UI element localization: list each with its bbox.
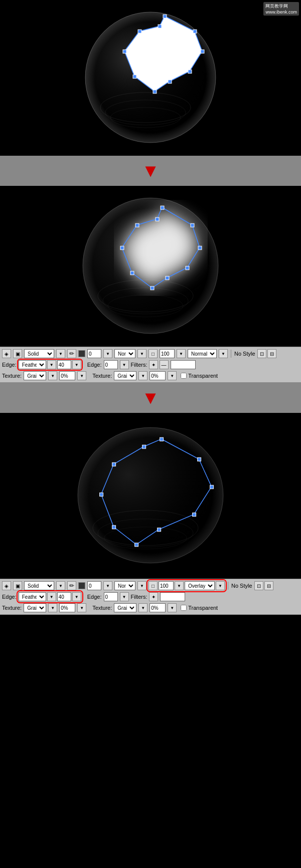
svg-rect-42 — [210, 485, 214, 489]
filters-label-1: Filters: — [131, 362, 147, 368]
texture-dropdown-1[interactable]: ▼ — [48, 371, 57, 380]
stroke-icon-2[interactable]: ✏ — [67, 581, 76, 590]
edge2-dropdown-2[interactable]: ▼ — [120, 592, 129, 601]
edge-value-2[interactable] — [57, 592, 71, 601]
svg-rect-46 — [112, 525, 116, 529]
texture-value-2[interactable] — [59, 603, 75, 612]
fill-dropdown-2[interactable]: ▼ — [56, 581, 65, 590]
mode-icon[interactable]: ◈ — [2, 349, 11, 358]
edge2-label-1: Edge: — [87, 362, 102, 368]
mode-icon-3[interactable]: ◈ — [2, 581, 11, 590]
toolbar2-row-3: Texture: Grain ▼ ▼ Texture: Grain ▼ ▼ Tr… — [2, 602, 299, 613]
arrow-divider-2: ▼ — [0, 383, 301, 413]
transparent-check-1[interactable]: Transparent — [181, 373, 218, 379]
texture-label-2: Texture: — [2, 605, 22, 611]
blend-dropdown-1[interactable]: ▼ — [219, 349, 228, 358]
svg-rect-40 — [160, 438, 164, 441]
texture2-type-1[interactable]: Grain — [114, 371, 136, 380]
svg-rect-47 — [100, 493, 103, 496]
texture-label-1: Texture: — [2, 373, 22, 379]
fill-type-select-1[interactable]: Solid — [24, 349, 54, 358]
fill-dropdown-1[interactable]: ▼ — [56, 349, 65, 358]
edge2-value-2[interactable] — [104, 592, 118, 601]
glow-shape-middle — [104, 200, 220, 305]
style-icon-c[interactable]: ⊡ — [254, 581, 263, 590]
stroke-color-2[interactable] — [78, 582, 85, 589]
none-dropdown-1[interactable]: ▼ — [137, 349, 146, 358]
opacity-value-1[interactable] — [160, 349, 175, 358]
mode-icon2[interactable]: ▣ — [13, 349, 22, 358]
svg-rect-13 — [133, 75, 136, 78]
texture-value-1[interactable] — [59, 371, 75, 380]
filter-remove-1[interactable]: — — [160, 360, 169, 369]
svg-rect-49 — [142, 445, 146, 449]
texture2-dropdown-1[interactable]: ▼ — [138, 371, 147, 380]
style-icons-2: ⊡ ⊟ — [254, 581, 273, 590]
texture-type-1[interactable]: Grain — [24, 371, 46, 380]
edge-type-dropdown-1[interactable]: ▼ — [47, 360, 56, 369]
edge-value-1[interactable] — [57, 360, 71, 369]
blend-mode-select-2[interactable]: Overlay — [185, 581, 215, 590]
texture2-label-1: Texture: — [92, 373, 112, 379]
style-icons-1: ⊡ ⊟ — [257, 349, 276, 358]
opacity-value-2[interactable] — [159, 581, 174, 590]
opacity-icon-2: □ — [148, 581, 158, 590]
middle-panel — [0, 186, 301, 347]
toolbar-1: ◈ ▣ Solid ▼ ✏ ▼ None ▼ □ ▼ Normal ▼ No S… — [0, 347, 301, 383]
edge2-label-2: Edge: — [87, 594, 102, 600]
filter-add-2[interactable]: ✦ — [149, 592, 158, 601]
edge2-dropdown-1[interactable]: ▼ — [120, 360, 129, 369]
edge-type-select-1[interactable]: Feather — [19, 360, 46, 369]
edge-val-dropdown-1[interactable]: ▼ — [72, 360, 81, 369]
opacity-dropdown-1[interactable]: ▼ — [177, 349, 186, 358]
stroke-value-1[interactable] — [87, 349, 101, 358]
blend-dropdown-2[interactable]: ▼ — [216, 581, 225, 590]
edge-val-dropdown-2[interactable]: ▼ — [72, 592, 81, 601]
svg-marker-5 — [124, 16, 202, 91]
svg-rect-25 — [191, 224, 194, 227]
svg-rect-10 — [188, 70, 192, 73]
stroke-value-2[interactable] — [87, 581, 101, 590]
texture-type-2[interactable]: Grain — [24, 603, 46, 612]
color-box-1[interactable] — [171, 360, 196, 369]
stroke-icon-1[interactable]: ✏ — [67, 349, 76, 358]
svg-rect-44 — [158, 528, 161, 531]
style-icon-a[interactable]: ⊡ — [257, 349, 266, 358]
mode-icon-4[interactable]: ▣ — [13, 581, 22, 590]
transparent-check-2[interactable]: Transparent — [181, 605, 218, 611]
texture3-dropdown-2[interactable]: ▼ — [138, 603, 147, 612]
edge-type-dropdown-2[interactable]: ▼ — [47, 592, 56, 601]
style-icon-d[interactable]: ⊟ — [264, 581, 273, 590]
toolbar-row-3: Texture: Grain ▼ ▼ Texture: Grain ▼ ▼ Tr… — [2, 370, 299, 381]
opacity-dropdown-2[interactable]: ▼ — [175, 581, 184, 590]
texture3-value-2[interactable] — [149, 603, 166, 612]
stroke-dropdown-1[interactable]: ▼ — [103, 349, 112, 358]
style-icon-b[interactable]: ⊟ — [267, 349, 276, 358]
none-dropdown-2[interactable]: ▼ — [137, 581, 146, 590]
filter-add-1[interactable]: ✦ — [149, 360, 158, 369]
stroke-dropdown-2[interactable]: ▼ — [103, 581, 112, 590]
svg-rect-32 — [135, 224, 139, 227]
edge2-value-1[interactable] — [104, 360, 118, 369]
blend-mode-select-1[interactable]: Normal — [188, 349, 217, 358]
color-box-2[interactable] — [160, 592, 185, 601]
toolbar2-row-1: ◈ ▣ Solid ▼ ✏ ▼ None ▼ □ ▼ Overlay ▼ No … — [2, 580, 299, 591]
transparent-checkbox-1[interactable] — [181, 373, 187, 379]
stroke-color-1[interactable] — [78, 350, 85, 357]
texture3-val-dropdown-2[interactable]: ▼ — [168, 603, 177, 612]
edge-type-select-2[interactable]: Feather — [19, 592, 46, 601]
none-select-1[interactable]: None — [114, 349, 135, 358]
outline-shape-bottom — [94, 429, 229, 555]
filters-section-1: Filters: ✦ — — [131, 360, 169, 369]
texture-dropdown-2[interactable]: ▼ — [48, 603, 57, 612]
texture3-type-2[interactable]: Grain — [114, 603, 136, 612]
svg-rect-30 — [130, 271, 134, 275]
texture2-value-1[interactable] — [149, 371, 166, 380]
texture-val-dropdown-1[interactable]: ▼ — [77, 371, 86, 380]
none-select-2[interactable]: None — [114, 581, 135, 590]
transparent-checkbox-2[interactable] — [181, 605, 187, 611]
fill-type-select-2[interactable]: Solid — [24, 581, 54, 590]
svg-rect-43 — [193, 513, 196, 516]
texture2-val-dropdown-1[interactable]: ▼ — [168, 371, 177, 380]
texture-val-dropdown-2[interactable]: ▼ — [77, 603, 86, 612]
